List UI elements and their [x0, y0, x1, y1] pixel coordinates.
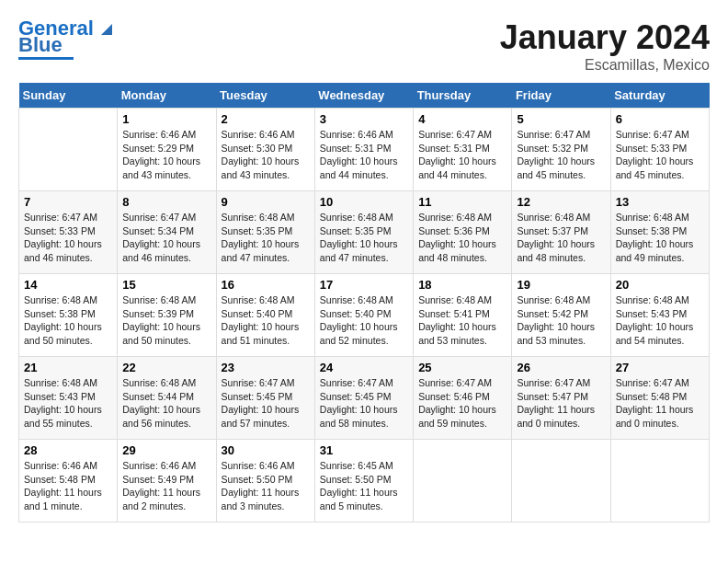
day-number: 5 [517, 112, 605, 126]
empty-cell [19, 109, 118, 191]
day-number: 18 [418, 278, 506, 292]
day-number: 17 [320, 278, 408, 292]
title-area: January 2024 Escamillas, Mexico [500, 18, 710, 74]
header-monday: Monday [118, 83, 216, 109]
day-info: Sunrise: 6:48 AMSunset: 5:35 PMDaylight:… [222, 211, 310, 265]
day-cell-19: 19Sunrise: 6:48 AMSunset: 5:42 PMDayligh… [512, 274, 610, 357]
day-cell-4: 4Sunrise: 6:47 AMSunset: 5:31 PMDaylight… [414, 109, 512, 191]
day-cell-24: 24Sunrise: 6:47 AMSunset: 5:45 PMDayligh… [314, 357, 413, 440]
day-cell-28: 28Sunrise: 6:46 AMSunset: 5:48 PMDayligh… [19, 440, 118, 523]
day-number: 6 [616, 112, 704, 126]
day-cell-10: 10Sunrise: 6:48 AMSunset: 5:35 PMDayligh… [314, 191, 413, 274]
day-cell-12: 12Sunrise: 6:48 AMSunset: 5:37 PMDayligh… [512, 191, 610, 274]
header-tuesday: Tuesday [216, 83, 314, 109]
day-info: Sunrise: 6:45 AMSunset: 5:50 PMDaylight:… [320, 459, 408, 513]
day-info: Sunrise: 6:46 AMSunset: 5:49 PMDaylight:… [122, 459, 210, 513]
day-number: 11 [418, 195, 506, 209]
day-number: 4 [418, 112, 506, 126]
day-info: Sunrise: 6:47 AMSunset: 5:32 PMDaylight:… [517, 128, 605, 182]
day-info: Sunrise: 6:48 AMSunset: 5:39 PMDaylight:… [122, 293, 210, 348]
header-thursday: Thursday [414, 83, 512, 109]
day-number: 3 [320, 112, 408, 126]
week-row-3: 14Sunrise: 6:48 AMSunset: 5:38 PMDayligh… [19, 274, 710, 357]
day-number: 29 [122, 443, 210, 457]
day-info: Sunrise: 6:46 AMSunset: 5:29 PMDaylight:… [122, 128, 210, 182]
day-info: Sunrise: 6:48 AMSunset: 5:44 PMDaylight:… [122, 376, 210, 431]
day-number: 9 [222, 195, 310, 209]
day-cell-14: 14Sunrise: 6:48 AMSunset: 5:38 PMDayligh… [19, 274, 118, 357]
day-number: 1 [122, 112, 210, 126]
day-cell-21: 21Sunrise: 6:48 AMSunset: 5:43 PMDayligh… [19, 357, 118, 440]
day-info: Sunrise: 6:47 AMSunset: 5:33 PMDaylight:… [24, 211, 112, 265]
day-number: 22 [122, 361, 210, 374]
day-info: Sunrise: 6:47 AMSunset: 5:45 PMDaylight:… [222, 376, 310, 431]
day-info: Sunrise: 6:47 AMSunset: 5:48 PMDaylight:… [616, 376, 704, 431]
days-header-row: SundayMondayTuesdayWednesdayThursdayFrid… [19, 83, 710, 109]
day-cell-23: 23Sunrise: 6:47 AMSunset: 5:45 PMDayligh… [216, 357, 314, 440]
day-number: 31 [320, 443, 408, 457]
day-cell-30: 30Sunrise: 6:46 AMSunset: 5:50 PMDayligh… [216, 440, 314, 523]
day-cell-5: 5Sunrise: 6:47 AMSunset: 5:32 PMDaylight… [512, 109, 610, 191]
day-number: 15 [122, 278, 210, 292]
day-number: 13 [616, 195, 704, 209]
calendar-table: SundayMondayTuesdayWednesdayThursdayFrid… [18, 83, 710, 523]
day-cell-11: 11Sunrise: 6:48 AMSunset: 5:36 PMDayligh… [414, 191, 512, 274]
day-number: 19 [517, 278, 605, 292]
day-number: 8 [122, 195, 210, 209]
location-title: Escamillas, Mexico [500, 57, 710, 74]
week-row-2: 7Sunrise: 6:47 AMSunset: 5:33 PMDaylight… [19, 191, 710, 274]
day-info: Sunrise: 6:48 AMSunset: 5:40 PMDaylight:… [320, 293, 408, 348]
empty-cell [512, 440, 610, 523]
day-cell-20: 20Sunrise: 6:48 AMSunset: 5:43 PMDayligh… [610, 274, 709, 357]
day-info: Sunrise: 6:48 AMSunset: 5:41 PMDaylight:… [418, 293, 506, 348]
day-info: Sunrise: 6:48 AMSunset: 5:43 PMDaylight:… [616, 293, 704, 348]
day-cell-22: 22Sunrise: 6:48 AMSunset: 5:44 PMDayligh… [118, 357, 216, 440]
day-number: 7 [24, 195, 112, 209]
week-row-1: 1Sunrise: 6:46 AMSunset: 5:29 PMDaylight… [19, 109, 710, 191]
day-number: 16 [222, 278, 310, 292]
day-info: Sunrise: 6:48 AMSunset: 5:40 PMDaylight:… [222, 293, 310, 348]
day-cell-31: 31Sunrise: 6:45 AMSunset: 5:50 PMDayligh… [314, 440, 413, 523]
header-friday: Friday [512, 83, 610, 109]
day-info: Sunrise: 6:46 AMSunset: 5:30 PMDaylight:… [222, 128, 310, 182]
day-info: Sunrise: 6:48 AMSunset: 5:35 PMDaylight:… [320, 211, 408, 265]
day-info: Sunrise: 6:47 AMSunset: 5:46 PMDaylight:… [418, 376, 506, 431]
day-number: 2 [222, 112, 310, 126]
empty-cell [610, 440, 709, 523]
day-info: Sunrise: 6:48 AMSunset: 5:37 PMDaylight:… [517, 211, 605, 265]
day-number: 12 [517, 195, 605, 209]
svg-marker-0 [101, 24, 112, 35]
day-number: 20 [616, 278, 704, 292]
day-cell-16: 16Sunrise: 6:48 AMSunset: 5:40 PMDayligh… [216, 274, 314, 357]
day-number: 14 [24, 278, 112, 292]
day-info: Sunrise: 6:46 AMSunset: 5:48 PMDaylight:… [24, 459, 112, 513]
month-title: January 2024 [500, 18, 710, 57]
day-cell-7: 7Sunrise: 6:47 AMSunset: 5:33 PMDaylight… [19, 191, 118, 274]
day-info: Sunrise: 6:47 AMSunset: 5:34 PMDaylight:… [122, 211, 210, 265]
day-cell-6: 6Sunrise: 6:47 AMSunset: 5:33 PMDaylight… [610, 109, 709, 191]
day-number: 21 [24, 361, 112, 374]
day-number: 25 [418, 361, 506, 374]
page-header: General Blue January 2024 Escamillas, Me… [18, 18, 710, 74]
day-cell-25: 25Sunrise: 6:47 AMSunset: 5:46 PMDayligh… [414, 357, 512, 440]
logo: General Blue [18, 18, 116, 60]
day-info: Sunrise: 6:48 AMSunset: 5:43 PMDaylight:… [24, 376, 112, 431]
day-info: Sunrise: 6:48 AMSunset: 5:36 PMDaylight:… [418, 211, 506, 265]
logo-blue-text: Blue [18, 35, 63, 55]
week-row-5: 28Sunrise: 6:46 AMSunset: 5:48 PMDayligh… [19, 440, 710, 523]
day-cell-2: 2Sunrise: 6:46 AMSunset: 5:30 PMDaylight… [216, 109, 314, 191]
day-number: 27 [616, 361, 704, 374]
header-saturday: Saturday [610, 83, 709, 109]
day-info: Sunrise: 6:48 AMSunset: 5:38 PMDaylight:… [24, 293, 112, 348]
day-info: Sunrise: 6:48 AMSunset: 5:42 PMDaylight:… [517, 293, 605, 348]
day-cell-9: 9Sunrise: 6:48 AMSunset: 5:35 PMDaylight… [216, 191, 314, 274]
day-cell-29: 29Sunrise: 6:46 AMSunset: 5:49 PMDayligh… [118, 440, 216, 523]
header-wednesday: Wednesday [314, 83, 413, 109]
day-cell-17: 17Sunrise: 6:48 AMSunset: 5:40 PMDayligh… [314, 274, 413, 357]
day-number: 30 [222, 443, 310, 457]
day-number: 10 [320, 195, 408, 209]
empty-cell [414, 440, 512, 523]
day-number: 28 [24, 443, 112, 457]
day-cell-8: 8Sunrise: 6:47 AMSunset: 5:34 PMDaylight… [118, 191, 216, 274]
day-number: 23 [222, 361, 310, 374]
